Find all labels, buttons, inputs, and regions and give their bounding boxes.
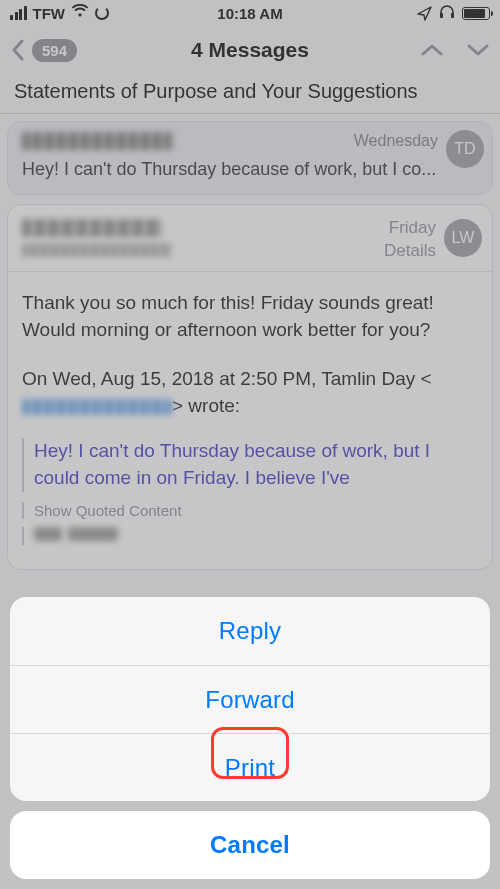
action-sheet-cancel-group: Cancel (10, 811, 490, 879)
message-card-collapsed[interactable]: Wednesday TD Hey! I can't do Thursday be… (7, 121, 493, 195)
forward-button[interactable]: Forward (10, 665, 490, 733)
message-body: Thank you so much for this! Friday sound… (22, 290, 478, 420)
quoted-text: Hey! I can't do Thursday because of work… (22, 438, 478, 492)
clock: 10:18 AM (0, 5, 500, 22)
sender-email-redacted (22, 243, 172, 257)
action-sheet-group: Reply Forward Print (10, 597, 490, 801)
chevron-left-icon (10, 38, 26, 62)
battery-icon (462, 7, 490, 20)
email-redacted (22, 399, 172, 415)
print-button[interactable]: Print (10, 733, 490, 801)
divider (8, 271, 492, 272)
thread-subject: Statements of Purpose and Your Suggestio… (0, 74, 500, 114)
previous-message-button[interactable] (420, 42, 444, 58)
message-date: Friday (384, 217, 436, 240)
nav-bar: 594 4 Messages (0, 26, 500, 74)
reply-button[interactable]: Reply (10, 597, 490, 665)
body-paragraph: Thank you so much for this! Friday sound… (22, 290, 478, 344)
mail-thread-screen: TFW 10:18 AM 594 4 Messages (0, 0, 500, 889)
quoted-footer-redacted (22, 527, 478, 545)
reply-attribution: On Wed, Aug 15, 2018 at 2:50 PM, Tamlin … (22, 366, 478, 420)
avatar: LW (444, 219, 482, 257)
avatar: TD (446, 130, 484, 168)
unread-count-badge: 594 (32, 39, 77, 62)
message-date: Wednesday (354, 132, 438, 150)
next-message-button[interactable] (466, 42, 490, 58)
cancel-button[interactable]: Cancel (10, 811, 490, 879)
status-bar: TFW 10:18 AM (0, 0, 500, 26)
sender-name-redacted (22, 132, 172, 150)
message-card-expanded: Friday Details LW Thank you so much for … (7, 204, 493, 570)
details-button[interactable]: Details (384, 240, 436, 263)
message-preview: Hey! I can't do Thursday because of work… (22, 159, 478, 180)
sender-name-redacted (22, 219, 162, 237)
action-sheet: Reply Forward Print Cancel (10, 597, 490, 879)
show-quoted-content-button[interactable]: Show Quoted Content (22, 502, 478, 519)
back-button[interactable]: 594 (10, 38, 77, 62)
